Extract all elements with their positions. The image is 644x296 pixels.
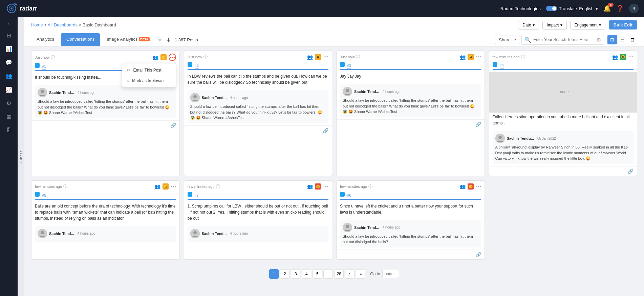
sidebar-item-reports[interactable]: 📈	[2, 83, 16, 96]
link-icon[interactable]: 🔗	[170, 123, 176, 128]
card-6-more-btn[interactable]: ⋯	[476, 183, 481, 190]
sidebar-item-people[interactable]: 👥	[2, 70, 16, 82]
card-5: few minutes ago ⓘ 👥 😐 ⋯ #5 Bails are an …	[31, 180, 180, 260]
dropdown-mark-irrelevant[interactable]: ○ Mark as Irrelevant	[122, 75, 176, 86]
notifications-bell[interactable]: 🔔 6	[603, 5, 611, 12]
card-4: few minutes ago ⓘ 👥 😊 ⋯ #4 Image Fallen …	[489, 51, 638, 176]
tab-conversations[interactable]: Conversations	[61, 33, 100, 46]
card-4-more-btn[interactable]: ⋯	[628, 54, 634, 60]
date-filter-btn[interactable]: Date ▾	[518, 21, 539, 29]
next-page-btn[interactable]: ›	[345, 269, 355, 279]
page-2-btn[interactable]: 2	[280, 269, 289, 279]
tab-image-analytics[interactable]: Image Analytics BETA	[101, 33, 155, 46]
user-avatar[interactable]: R	[629, 4, 639, 13]
card-3-sentiment-icon[interactable]: 😐	[468, 54, 474, 60]
card-5-comment: Sachin Tend... 4 hours ago	[35, 226, 176, 242]
card-3-more-btn[interactable]: ⋯	[476, 54, 481, 60]
sidebar-item-conversations[interactable]: 💬	[2, 56, 16, 68]
logo-text: radarr	[20, 5, 37, 12]
filters-label[interactable]: Filters	[19, 150, 23, 163]
share-button[interactable]: Share ↗	[495, 36, 520, 44]
sidebar-item-grid[interactable]: ▦	[2, 111, 16, 123]
breadcrumb-all-dashboards[interactable]: All Dashboards	[48, 22, 78, 27]
comment-author: Sachin Tend... 4 hours ago	[38, 229, 173, 238]
search-input[interactable]	[533, 37, 594, 42]
page-5-btn[interactable]: 5	[313, 269, 322, 279]
engagement-filter-btn[interactable]: Engagement ▾	[570, 21, 605, 29]
card-5-more-btn[interactable]: ⋯	[171, 183, 176, 190]
link-icon[interactable]: 🔗	[475, 122, 481, 127]
card-5-sentiment-icon[interactable]: 😐	[163, 183, 169, 190]
search-icon: 🔍	[524, 37, 531, 43]
translate-switch[interactable]	[546, 6, 557, 11]
view-toggles: ⊞ ☰ ⊟	[607, 35, 637, 44]
sidebar-item-tune[interactable]: 🎛	[2, 124, 16, 136]
breadcrumb-home[interactable]: Home	[31, 22, 43, 27]
beta-badge: BETA	[139, 37, 150, 41]
list-view-btn[interactable]: ☰	[618, 35, 627, 44]
grid-view-btn[interactable]: ⊞	[607, 35, 617, 44]
card-7-more-btn[interactable]: ⋯	[323, 183, 328, 190]
compact-view-btn[interactable]: ⊟	[628, 35, 637, 44]
comment-text: Should a law be introduced called 'hitti…	[190, 104, 326, 121]
language-selector[interactable]: English	[579, 6, 594, 11]
card-1-sentiment-icon[interactable]: 😐	[160, 54, 167, 60]
tab-analytics[interactable]: Analytics	[31, 33, 60, 46]
card-3-people-icon[interactable]: 👥	[460, 54, 466, 60]
sidebar-item-analytics[interactable]: 📊	[2, 43, 16, 55]
filter-options-icon[interactable]: ⚙	[596, 37, 601, 43]
page-28-btn[interactable]: 28	[334, 269, 344, 279]
author-avatar	[190, 229, 200, 238]
page-4-btn[interactable]: 4	[302, 269, 311, 279]
svg-point-5	[41, 90, 44, 93]
platform-icon	[35, 192, 40, 197]
comment-author: Sachin Tend... 4 hours ago	[343, 87, 478, 96]
favorite-star[interactable]: ★	[158, 37, 162, 42]
page-goto-input[interactable]	[382, 270, 399, 278]
card-1-more-btn[interactable]: ⋯	[169, 54, 176, 61]
page-3-btn[interactable]: 3	[291, 269, 300, 279]
bell-badge: 6	[608, 3, 614, 7]
page-1-btn[interactable]: 1	[269, 269, 279, 279]
dropdown-email-post[interactable]: ✉ Email This Post	[122, 65, 176, 75]
card-3-header: Just now ⓘ 👥 😐 ⋯	[337, 51, 485, 61]
card-2-sentiment-icon[interactable]: 😐	[315, 54, 321, 60]
translate-toggle[interactable]: Translate English ▾	[546, 6, 598, 11]
card-5-text: Bails are an old concept before the era …	[31, 202, 179, 224]
author-avatar	[495, 134, 505, 143]
card-6-comment: Sachin Tend... 4 hours ago Should a law …	[340, 220, 481, 248]
link-icon[interactable]: 🔗	[628, 169, 634, 174]
card-divider	[340, 199, 481, 200]
comment-text: Should a law be introduced called 'hitti…	[38, 99, 173, 116]
card-6-header: few minutes ago ⓘ 👥 😠 ⋯	[337, 181, 485, 191]
card-1-people-icon[interactable]: 👥	[153, 55, 158, 60]
bulk-edit-btn[interactable]: Bulk Edit	[609, 20, 637, 29]
logo[interactable]: radarr	[5, 2, 37, 15]
last-page-btn[interactable]: »	[356, 269, 365, 279]
card-6-sentiment-icon[interactable]: 😠	[468, 183, 474, 190]
link-icon[interactable]: 🔗	[475, 252, 481, 257]
comment-author: Sachin Tend... 4 hours ago	[38, 88, 173, 97]
card-6-people-icon[interactable]: 👥	[460, 184, 466, 189]
link-icon[interactable]: 🔗	[323, 128, 328, 133]
sidebar-item-settings[interactable]: ⚙	[2, 97, 16, 109]
help-icon[interactable]: ❓	[616, 5, 624, 12]
card-2-more-btn[interactable]: ⋯	[323, 54, 328, 60]
card-2-people-icon[interactable]: 👥	[307, 54, 313, 60]
email-icon: ✉	[127, 67, 131, 73]
card-4-sentiment-icon[interactable]: 😊	[620, 54, 626, 60]
impact-filter-btn[interactable]: Impact ▾	[542, 21, 567, 29]
card-7-sentiment-icon[interactable]: 😠	[315, 183, 321, 190]
left-sidebar: › ⊞ 📊 💬 👥 📈 ⚙ ▦ 🎛	[0, 17, 18, 284]
download-icon[interactable]: ⬇	[166, 37, 171, 43]
author-avatar	[343, 223, 352, 232]
sidebar-item-dashboard[interactable]: ⊞	[2, 29, 16, 41]
card-7-comment: Sachin Tend... 4 hours ago	[188, 226, 329, 242]
sidebar-expand[interactable]: ›	[7, 20, 11, 28]
card-7-people-icon[interactable]: 👥	[307, 184, 313, 189]
card-5-people-icon[interactable]: 👥	[155, 184, 160, 189]
card-4-people-icon[interactable]: 👥	[612, 54, 618, 60]
filter-bar[interactable]: Filters	[18, 17, 24, 284]
company-name: Radarr Technologies	[500, 6, 541, 11]
comment-text: Should a law be introduced called 'hitti…	[343, 98, 478, 115]
